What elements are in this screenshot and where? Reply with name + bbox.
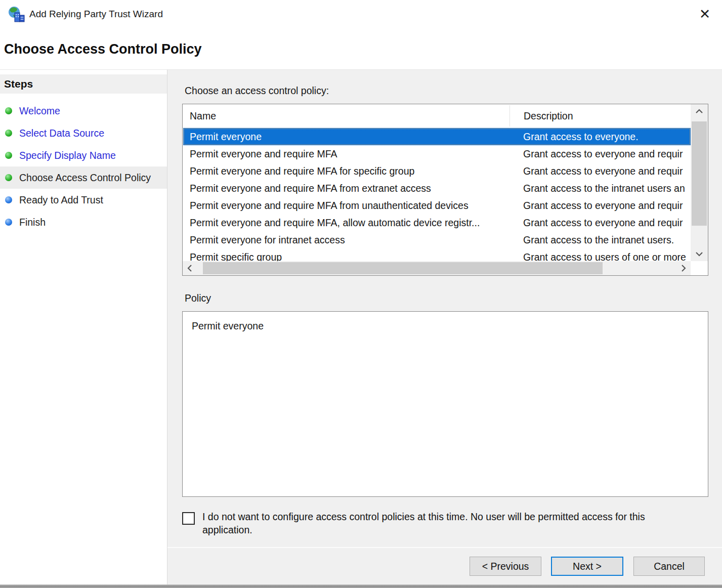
step-item: Choose Access Control Policy	[0, 166, 167, 189]
step-label: Welcome	[19, 105, 60, 116]
table-header-row: Name Description	[183, 104, 708, 128]
steps-header: Steps	[0, 74, 167, 94]
cell-description: Grant access to everyone and requir	[516, 148, 691, 160]
cell-name: Permit everyone for intranet access	[183, 234, 516, 246]
step-status-icon	[5, 107, 12, 114]
step-status-icon	[5, 219, 12, 226]
table-row[interactable]: Permit everyone and require MFA, allow a…	[183, 214, 691, 231]
cell-name: Permit everyone	[183, 131, 516, 143]
step-label: Specify Display Name	[19, 150, 116, 161]
cell-description: Grant access to everyone and requir	[516, 165, 691, 177]
cell-name: Permit specific group	[183, 251, 516, 262]
step-status-icon	[5, 152, 12, 159]
next-button[interactable]: Next >	[551, 557, 623, 576]
scroll-left-icon[interactable]	[183, 261, 197, 275]
access-policy-table: Name Description Permit everyone Grant a…	[182, 104, 708, 276]
no-policy-checkbox[interactable]	[182, 512, 195, 525]
scroll-right-icon[interactable]	[676, 261, 691, 275]
column-header-description[interactable]: Description	[517, 110, 708, 122]
table-row[interactable]: Permit everyone and require MFA from una…	[183, 197, 691, 214]
cell-name: Permit everyone and require MFA from ext…	[183, 183, 516, 194]
column-header-name[interactable]: Name	[183, 110, 517, 122]
horizontal-scrollbar-thumb[interactable]	[203, 262, 603, 274]
table-row[interactable]: Permit specific group Grant access to us…	[183, 248, 691, 261]
table-rows: Permit everyone Grant access to everyone…	[183, 128, 691, 261]
title-bar: Add Relying Party Trust Wizard ✕	[0, 0, 722, 30]
step-item[interactable]: Select Data Source	[0, 122, 167, 144]
cell-name: Permit everyone and require MFA from una…	[183, 200, 516, 212]
cell-description: Grant access to users of one or more	[516, 251, 691, 262]
horizontal-scrollbar[interactable]	[183, 261, 691, 275]
page-title: Choose Access Control Policy	[4, 41, 202, 57]
policy-section-label: Policy	[185, 292, 211, 304]
cell-description: Grant access to the intranet users an	[516, 183, 691, 194]
table-row[interactable]: Permit everyone and require MFA Grant ac…	[183, 145, 691, 162]
window-title: Add Relying Party Trust Wizard	[29, 9, 163, 20]
scroll-up-icon[interactable]	[691, 104, 708, 118]
cell-name: Permit everyone and require MFA for spec…	[183, 165, 516, 177]
policy-content: Permit everyone	[183, 312, 708, 332]
table-row[interactable]: Permit everyone Grant access to everyone…	[183, 128, 691, 145]
close-icon[interactable]: ✕	[696, 5, 714, 23]
step-item[interactable]: Welcome	[0, 100, 167, 122]
column-divider[interactable]	[509, 105, 510, 127]
cell-description: Grant access to everyone and requir	[516, 217, 691, 229]
step-item: Ready to Add Trust	[0, 189, 167, 211]
cancel-button[interactable]: Cancel	[633, 557, 705, 576]
footer-separator	[167, 547, 722, 548]
step-item: Finish	[0, 211, 167, 233]
steps-list: Welcome Select Data Source Specify Displ…	[0, 100, 167, 233]
no-policy-checkbox-label: I do not want to configure access contro…	[202, 510, 689, 536]
cell-description: Grant access to everyone.	[516, 131, 691, 143]
vertical-scrollbar-thumb[interactable]	[692, 121, 707, 226]
no-policy-option-row: I do not want to configure access contro…	[182, 510, 689, 536]
cell-description: Grant access to the intranet users.	[516, 234, 691, 246]
cell-name: Permit everyone and require MFA, allow a…	[183, 217, 516, 229]
step-label: Ready to Add Trust	[19, 194, 103, 205]
wizard-app-icon	[7, 6, 26, 25]
table-row[interactable]: Permit everyone for intranet access Gran…	[183, 231, 691, 248]
step-item[interactable]: Specify Display Name	[0, 144, 167, 166]
steps-sidebar: Steps Welcome Select Data Source Specify…	[0, 70, 167, 584]
step-label: Finish	[19, 217, 46, 228]
table-row[interactable]: Permit everyone and require MFA from ext…	[183, 180, 691, 197]
step-status-icon	[5, 196, 12, 203]
step-label: Choose Access Control Policy	[19, 172, 151, 183]
table-row[interactable]: Permit everyone and require MFA for spec…	[183, 162, 691, 180]
policy-preview-box: Permit everyone	[182, 311, 708, 497]
previous-button[interactable]: < Previous	[470, 557, 541, 576]
step-status-icon	[5, 130, 12, 137]
wizard-content-panel: Choose an access control policy: Name De…	[167, 70, 722, 584]
cell-description: Grant access to everyone and requir	[516, 200, 691, 212]
access-policy-list-label: Choose an access control policy:	[185, 85, 329, 97]
window-bottom-edge	[0, 584, 722, 588]
step-label: Select Data Source	[19, 128, 104, 139]
vertical-scrollbar[interactable]	[691, 104, 708, 261]
step-status-icon	[5, 174, 12, 181]
cell-name: Permit everyone and require MFA	[183, 148, 516, 160]
scroll-down-icon[interactable]	[691, 247, 708, 261]
